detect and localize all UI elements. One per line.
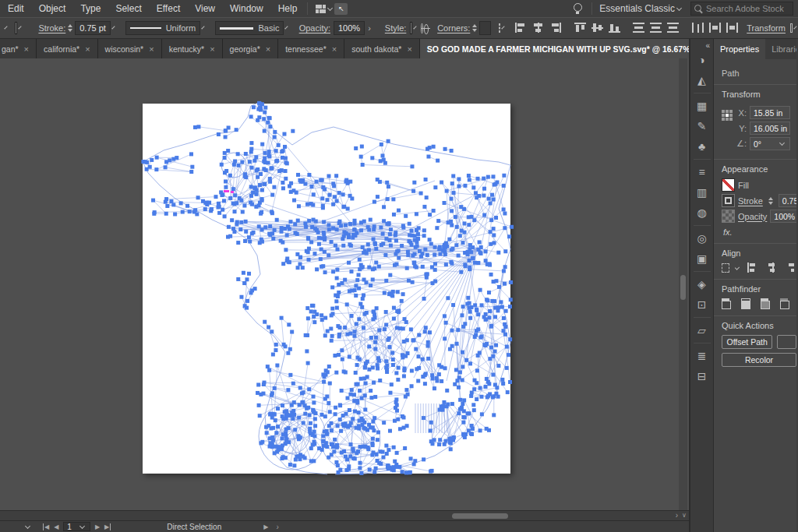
chevron-down-icon[interactable] [285, 26, 288, 29]
stroke-weight-value[interactable]: 0.75 pt [779, 194, 796, 207]
corners-stepper[interactable] [472, 24, 477, 32]
stock-search-box[interactable] [690, 2, 793, 16]
opacity-arrow-icon[interactable]: › [368, 23, 371, 33]
brushes-icon[interactable]: ✎ [697, 116, 707, 136]
corners-field[interactable] [479, 21, 490, 35]
symbols-icon[interactable]: ♣ [698, 136, 705, 157]
color-guide-icon[interactable]: ◭ [697, 70, 706, 90]
status-play-icon[interactable]: ▶ [263, 523, 268, 530]
color-panel-icon[interactable]: ◑ [698, 50, 704, 70]
close-icon[interactable]: × [407, 44, 411, 54]
chevron-down-icon[interactable] [414, 26, 417, 29]
layers-icon[interactable]: ◈ [697, 274, 706, 294]
distribute-bottom-icon[interactable] [667, 23, 679, 33]
workspace-layout-button[interactable] [316, 5, 334, 13]
horizontal-scrollbar[interactable]: › ∨ [0, 510, 689, 520]
vertical-scrollbar[interactable] [679, 58, 687, 510]
chevron-down-icon[interactable] [19, 26, 22, 29]
share-screen-button[interactable]: ↖ [334, 3, 348, 15]
tab-california[interactable]: california* × [37, 39, 98, 58]
distribute-space-v-icon[interactable] [726, 23, 738, 33]
x-value-field[interactable]: 15.85 in [750, 106, 790, 119]
chevron-down-icon[interactable] [4, 26, 7, 29]
next-artboard-button[interactable]: ▶ [95, 523, 100, 530]
distribute-center-icon[interactable] [650, 23, 662, 33]
zoom-dropdown-icon[interactable] [25, 523, 30, 528]
asset-export-icon[interactable]: ⊡ [697, 294, 707, 315]
opacity-link[interactable]: Opacity [738, 212, 767, 221]
graphic-styles-icon[interactable]: ▣ [697, 248, 707, 269]
tab-south-dakota[interactable]: south dakota* × [344, 39, 420, 58]
stroke-swatch[interactable] [722, 194, 735, 207]
tab-wisconsin[interactable]: wisconsin* × [98, 39, 162, 58]
distribute-left-icon[interactable] [692, 23, 704, 33]
scroll-down-icon[interactable]: ∨ [680, 511, 689, 520]
tab-kentucky[interactable]: kentucky* × [162, 39, 223, 58]
appearance-icon[interactable]: ◎ [697, 228, 706, 248]
collapse-panels-icon[interactable]: « [705, 41, 710, 50]
tab-michigan[interactable]: gan* × [0, 39, 37, 58]
menu-window[interactable]: Window [230, 3, 263, 14]
artboard-number-field[interactable]: 1 [63, 522, 90, 531]
close-icon[interactable]: × [332, 44, 337, 54]
align-right-icon[interactable] [549, 23, 561, 33]
pathfinder-intersect-icon[interactable] [761, 298, 770, 309]
stroke-panel-icon[interactable]: ≡ [698, 162, 704, 182]
transform-label[interactable]: Transform [747, 23, 786, 33]
corners-label[interactable]: Corners: [437, 23, 470, 33]
fill-swatch[interactable] [722, 178, 735, 192]
align-top-icon[interactable] [574, 23, 586, 33]
tab-libraries[interactable]: Libraries [765, 39, 796, 59]
style-label[interactable]: Style: [385, 23, 407, 33]
offset-path-button[interactable]: Offset Path [722, 335, 772, 349]
clipped-action-button[interactable] [777, 335, 796, 349]
tab-properties[interactable]: Properties [714, 39, 765, 59]
chevron-down-icon[interactable] [111, 26, 115, 29]
opacity-label[interactable]: Opacity: [299, 23, 330, 33]
last-artboard-button[interactable]: ▶ [104, 523, 111, 530]
transform-panel-icon[interactable] [790, 23, 793, 33]
canvas-area[interactable] [0, 58, 689, 510]
align-center-icon[interactable] [532, 23, 544, 33]
horizontal-scrollbar-thumb[interactable] [452, 513, 508, 519]
tab-active-document[interactable]: SO GOD MADE A FARMER MICHIGAN WITH UP SV… [420, 39, 689, 58]
pathfinder-panel-icon[interactable]: ⊟ [697, 366, 707, 386]
reference-point-selector[interactable] [722, 110, 733, 121]
opacity-field[interactable]: 100% [334, 21, 365, 35]
menu-help[interactable]: Help [278, 3, 298, 14]
scroll-right-icon[interactable]: › [676, 511, 678, 520]
menu-view[interactable]: View [195, 3, 215, 14]
search-input[interactable] [706, 4, 789, 13]
vertical-scrollbar-thumb[interactable] [680, 275, 686, 300]
width-profile-dropdown[interactable]: Uniform [125, 21, 200, 35]
stroke-weight-stepper[interactable] [68, 24, 72, 32]
fill-label[interactable]: Fill [738, 181, 749, 190]
pathfinder-minus-front-icon[interactable] [741, 298, 750, 309]
workspace-switcher[interactable]: Essentials Classic [599, 3, 683, 14]
fill-color-swatch[interactable] [15, 22, 17, 34]
distribute-space-h-icon[interactable] [709, 23, 721, 33]
style-swatch[interactable] [410, 22, 412, 34]
opacity-value-field[interactable]: 100% [770, 210, 796, 223]
transparency-icon[interactable]: ◍ [697, 203, 706, 223]
menu-select[interactable]: Select [115, 3, 141, 14]
status-back-icon[interactable]: › [276, 523, 278, 531]
tab-tennessee[interactable]: tennessee* × [278, 39, 344, 58]
align-panel-icon[interactable]: ≣ [697, 346, 707, 366]
stroke-weight-field[interactable]: 0.75 pt [75, 21, 111, 35]
pathfinder-exclude-icon[interactable] [780, 298, 789, 309]
stroke-link[interactable]: Stroke [738, 196, 763, 206]
close-icon[interactable]: × [24, 44, 29, 54]
distribute-top-icon[interactable] [633, 23, 644, 33]
pathfinder-unite-icon[interactable] [722, 298, 731, 309]
chevron-down-icon[interactable] [793, 26, 796, 29]
align-to-selector-icon[interactable] [722, 263, 729, 273]
select-similar-icon[interactable] [499, 23, 501, 33]
swatches-icon[interactable]: ▦ [697, 96, 707, 116]
stroke-label[interactable]: Stroke: [38, 23, 65, 33]
previous-artboard-button[interactable]: ◀ [54, 523, 58, 530]
document-setup-globe-icon[interactable] [421, 23, 423, 33]
close-icon[interactable]: × [266, 44, 270, 54]
stroke-stepper[interactable] [768, 197, 773, 205]
chevron-down-icon[interactable] [202, 26, 205, 29]
